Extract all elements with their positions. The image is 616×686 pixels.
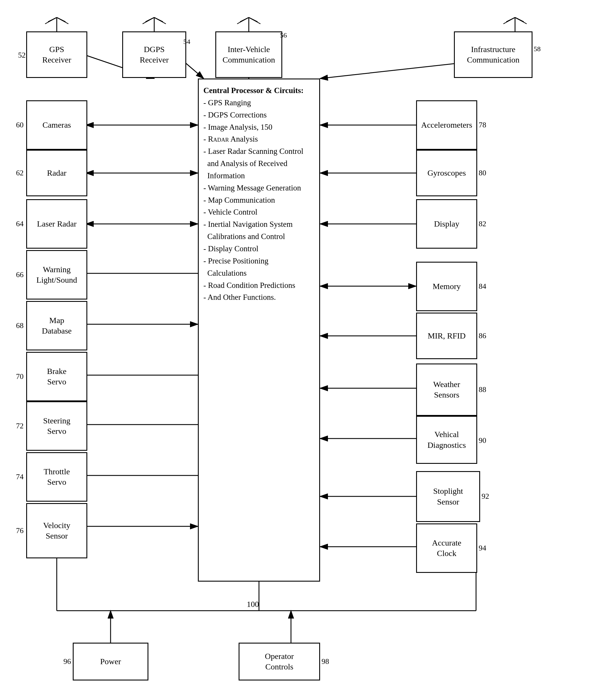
gps-receiver-box: GPSReceiver — [26, 31, 87, 78]
brake-servo-num: 70 — [16, 372, 24, 381]
bus-label: 100 — [247, 600, 259, 609]
svg-line-13 — [240, 18, 249, 22]
accelerometers-box: Accelerometers — [416, 100, 477, 150]
svg-line-23 — [183, 61, 204, 78]
gyroscopes-box: Gyroscopes — [416, 150, 477, 196]
memory-num: 84 — [479, 282, 486, 291]
svg-line-8 — [146, 18, 154, 22]
weather-sensors-label: WeatherSensors — [433, 379, 460, 401]
warning-light-num: 66 — [16, 271, 24, 279]
infrastructure-label: InfrastructureCommunication — [467, 44, 520, 65]
svg-line-9 — [154, 18, 163, 22]
mir-rfid-label: MIR, RFID — [428, 330, 466, 341]
gyroscopes-label: Gyroscopes — [427, 168, 466, 178]
intervehicle-label: Inter-VehicleCommunication — [223, 44, 275, 65]
radar-num: 62 — [16, 169, 24, 177]
radar-box: Radar — [26, 150, 87, 196]
stoplight-sensor-label: StoplightSensor — [433, 486, 463, 507]
gps-num: 52 — [18, 51, 26, 60]
svg-line-16 — [249, 18, 260, 24]
central-processor-text: Central Processor & Circuits: - GPS Rang… — [203, 85, 314, 304]
steering-servo-num: 72 — [16, 422, 24, 430]
svg-line-6 — [57, 18, 68, 24]
display-num: 82 — [479, 220, 486, 228]
laser-radar-label: Laser Radar — [37, 219, 76, 229]
velocity-sensor-box: VelocitySensor — [26, 503, 87, 558]
svg-line-18 — [506, 18, 515, 22]
weather-sensors-num: 88 — [479, 385, 486, 394]
memory-box: Memory — [416, 262, 477, 311]
velocity-sensor-num: 76 — [16, 526, 24, 535]
svg-line-20 — [503, 18, 515, 24]
svg-line-4 — [57, 18, 65, 22]
dgps-receiver-label: DGPSReceiver — [140, 44, 169, 65]
weather-sensors-box: WeatherSensors — [416, 364, 477, 416]
throttle-servo-label: ThrottleServo — [44, 466, 70, 488]
power-label: Power — [100, 656, 121, 667]
accurate-clock-label: AccurateClock — [432, 538, 461, 559]
steering-servo-box: SteeringServo — [26, 401, 87, 451]
power-box: Power — [73, 643, 148, 681]
central-processor-area: Central Processor & Circuits: - GPS Rang… — [198, 78, 320, 581]
svg-line-5 — [45, 18, 57, 24]
central-processor-title: Central Processor & Circuits: — [203, 86, 304, 95]
map-database-label: MapDatabase — [42, 315, 72, 337]
svg-line-21 — [515, 18, 527, 24]
throttle-servo-num: 74 — [16, 473, 24, 481]
display-label: Display — [434, 219, 459, 229]
gyroscopes-num: 80 — [479, 169, 486, 177]
accelerometers-num: 78 — [479, 121, 486, 130]
steering-servo-label: SteeringServo — [43, 415, 70, 437]
laser-radar-num: 64 — [16, 220, 24, 228]
svg-line-11 — [154, 18, 166, 24]
power-num: 96 — [63, 657, 71, 666]
dgps-num: 54 — [183, 38, 190, 46]
svg-line-3 — [48, 18, 57, 22]
cameras-label: Cameras — [43, 120, 71, 130]
velocity-sensor-label: VelocitySensor — [43, 520, 70, 542]
accurate-clock-box: AccurateClock — [416, 523, 477, 573]
svg-line-19 — [515, 18, 524, 22]
accelerometers-label: Accelerometers — [421, 120, 472, 130]
intervehicle-num: 56 — [280, 31, 287, 39]
display-box: Display — [416, 199, 477, 249]
vehical-diagnostics-label: VehicalDiagnostics — [427, 429, 466, 451]
brake-servo-box: BrakeServo — [26, 352, 87, 401]
mir-rfid-num: 86 — [479, 331, 486, 340]
stoplight-sensor-num: 92 — [482, 492, 489, 501]
memory-label: Memory — [433, 281, 461, 292]
warning-light-box: WarningLight/Sound — [26, 250, 87, 299]
radar-label: Radar — [47, 168, 67, 178]
svg-line-14 — [249, 18, 258, 22]
intervehicle-box: Inter-VehicleCommunication — [215, 31, 282, 78]
operator-controls-box: OperatorControls — [239, 643, 320, 681]
throttle-servo-box: ThrottleServo — [26, 452, 87, 502]
laser-radar-box: Laser Radar — [26, 199, 87, 249]
infrastructure-num: 58 — [534, 45, 541, 53]
infrastructure-box: InfrastructureCommunication — [454, 31, 532, 78]
cameras-num: 60 — [16, 121, 24, 130]
vehical-diagnostics-num: 90 — [479, 436, 486, 445]
warning-light-label: WarningLight/Sound — [36, 264, 77, 285]
map-database-num: 68 — [16, 321, 24, 330]
map-database-box: MapDatabase — [26, 301, 87, 350]
diagram-container: GPSReceiver 52 DGPSReceiver 54 Inter-Veh… — [0, 0, 616, 686]
operator-controls-label: OperatorControls — [265, 651, 294, 672]
accurate-clock-num: 94 — [479, 544, 486, 552]
gps-receiver-label: GPSReceiver — [42, 44, 71, 65]
vehical-diagnostics-box: VehicalDiagnostics — [416, 416, 477, 464]
svg-line-10 — [142, 18, 154, 24]
svg-line-15 — [237, 18, 249, 24]
mir-rfid-box: MIR, RFID — [416, 313, 477, 359]
operator-controls-num: 98 — [322, 657, 329, 666]
cameras-box: Cameras — [26, 100, 87, 150]
brake-servo-label: BrakeServo — [47, 366, 67, 387]
stoplight-sensor-box: StoplightSensor — [416, 471, 480, 522]
svg-line-25 — [320, 61, 477, 78]
dgps-receiver-box: DGPSReceiver — [122, 31, 186, 78]
